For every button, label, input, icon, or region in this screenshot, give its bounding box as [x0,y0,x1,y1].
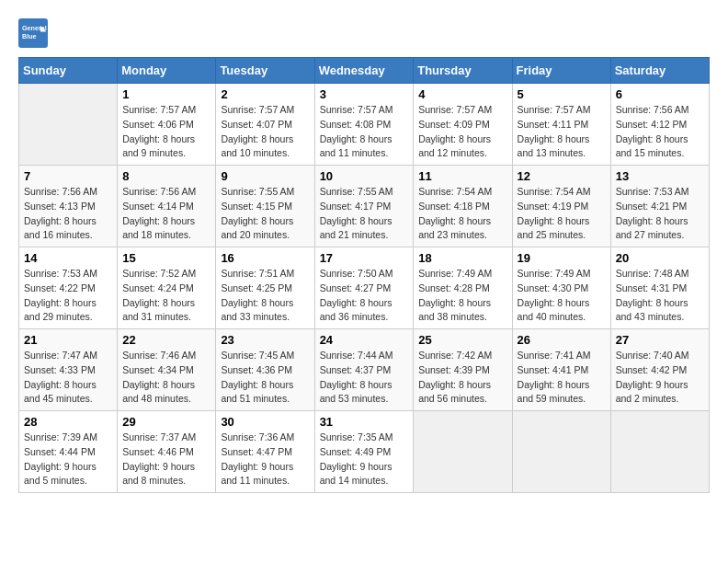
day-info: Sunrise: 7:41 AM Sunset: 4:41 PM Dayligh… [518,349,606,407]
calendar-cell [414,411,512,493]
day-number: 14 [24,251,112,265]
day-number: 21 [24,333,112,347]
day-number: 7 [24,169,112,183]
calendar-cell: 26Sunrise: 7:41 AM Sunset: 4:41 PM Dayli… [512,329,610,411]
day-info: Sunrise: 7:36 AM Sunset: 4:47 PM Dayligh… [221,431,309,488]
calendar-cell: 27Sunrise: 7:40 AM Sunset: 4:42 PM Dayli… [610,329,709,411]
calendar-body: 1Sunrise: 7:57 AM Sunset: 4:06 PM Daylig… [19,84,710,493]
day-number: 25 [418,333,506,347]
day-info: Sunrise: 7:48 AM Sunset: 4:31 PM Dayligh… [616,267,704,325]
day-number: 29 [122,415,210,429]
calendar-cell: 9Sunrise: 7:55 AM Sunset: 4:15 PM Daylig… [216,166,314,247]
calendar-cell: 14Sunrise: 7:53 AM Sunset: 4:22 PM Dayli… [19,247,118,329]
calendar-cell: 30Sunrise: 7:36 AM Sunset: 4:47 PM Dayli… [216,411,314,493]
day-number: 11 [418,169,506,183]
col-header-monday: Monday [118,58,216,84]
calendar-week-4: 21Sunrise: 7:47 AM Sunset: 4:33 PM Dayli… [19,329,710,411]
col-header-sunday: Sunday [19,58,118,84]
calendar-cell: 19Sunrise: 7:49 AM Sunset: 4:30 PM Dayli… [512,247,610,329]
day-info: Sunrise: 7:51 AM Sunset: 4:25 PM Dayligh… [221,267,309,325]
day-info: Sunrise: 7:54 AM Sunset: 4:19 PM Dayligh… [518,185,606,243]
calendar-cell: 3Sunrise: 7:57 AM Sunset: 4:08 PM Daylig… [314,84,414,166]
day-number: 8 [122,169,210,183]
calendar-cell: 7Sunrise: 7:56 AM Sunset: 4:13 PM Daylig… [19,166,118,247]
calendar-cell [512,411,610,493]
calendar-cell: 22Sunrise: 7:46 AM Sunset: 4:34 PM Dayli… [118,329,216,411]
calendar-cell: 29Sunrise: 7:37 AM Sunset: 4:46 PM Dayli… [118,411,216,493]
day-info: Sunrise: 7:54 AM Sunset: 4:18 PM Dayligh… [418,185,506,243]
day-number: 18 [418,251,506,265]
calendar-cell: 4Sunrise: 7:57 AM Sunset: 4:09 PM Daylig… [414,84,512,166]
day-number: 24 [320,333,409,347]
calendar-cell: 16Sunrise: 7:51 AM Sunset: 4:25 PM Dayli… [216,247,314,329]
day-info: Sunrise: 7:40 AM Sunset: 4:42 PM Dayligh… [616,349,704,407]
calendar-week-1: 1Sunrise: 7:57 AM Sunset: 4:06 PM Daylig… [19,84,710,166]
col-header-saturday: Saturday [610,58,709,84]
day-info: Sunrise: 7:52 AM Sunset: 4:24 PM Dayligh… [122,267,210,325]
page-header: General Blue [18,18,710,48]
calendar-cell: 24Sunrise: 7:44 AM Sunset: 4:37 PM Dayli… [314,329,414,411]
calendar-cell: 6Sunrise: 7:56 AM Sunset: 4:12 PM Daylig… [610,84,709,166]
day-info: Sunrise: 7:46 AM Sunset: 4:34 PM Dayligh… [122,349,210,407]
day-number: 27 [616,333,704,347]
col-header-wednesday: Wednesday [314,58,414,84]
day-info: Sunrise: 7:50 AM Sunset: 4:27 PM Dayligh… [320,267,409,325]
calendar-cell: 20Sunrise: 7:48 AM Sunset: 4:31 PM Dayli… [610,247,709,329]
calendar-cell: 21Sunrise: 7:47 AM Sunset: 4:33 PM Dayli… [19,329,118,411]
day-number: 26 [518,333,606,347]
calendar-cell: 18Sunrise: 7:49 AM Sunset: 4:28 PM Dayli… [414,247,512,329]
calendar-header-row: SundayMondayTuesdayWednesdayThursdayFrid… [19,58,710,84]
day-info: Sunrise: 7:44 AM Sunset: 4:37 PM Dayligh… [320,349,409,407]
day-number: 22 [122,333,210,347]
day-info: Sunrise: 7:37 AM Sunset: 4:46 PM Dayligh… [122,431,210,488]
calendar-cell: 5Sunrise: 7:57 AM Sunset: 4:11 PM Daylig… [512,84,610,166]
day-info: Sunrise: 7:53 AM Sunset: 4:22 PM Dayligh… [24,267,112,325]
day-info: Sunrise: 7:56 AM Sunset: 4:12 PM Dayligh… [616,103,704,161]
calendar-cell: 28Sunrise: 7:39 AM Sunset: 4:44 PM Dayli… [19,411,118,493]
calendar-table: SundayMondayTuesdayWednesdayThursdayFrid… [18,57,710,493]
day-info: Sunrise: 7:55 AM Sunset: 4:15 PM Dayligh… [221,185,309,243]
calendar-cell [610,411,709,493]
day-info: Sunrise: 7:55 AM Sunset: 4:17 PM Dayligh… [320,185,409,243]
day-info: Sunrise: 7:53 AM Sunset: 4:21 PM Dayligh… [616,185,704,243]
calendar-cell: 15Sunrise: 7:52 AM Sunset: 4:24 PM Dayli… [118,247,216,329]
day-info: Sunrise: 7:57 AM Sunset: 4:07 PM Dayligh… [221,103,309,161]
calendar-cell: 13Sunrise: 7:53 AM Sunset: 4:21 PM Dayli… [610,166,709,247]
calendar-cell: 2Sunrise: 7:57 AM Sunset: 4:07 PM Daylig… [216,84,314,166]
day-info: Sunrise: 7:57 AM Sunset: 4:09 PM Dayligh… [418,103,506,161]
calendar-cell: 1Sunrise: 7:57 AM Sunset: 4:06 PM Daylig… [118,84,216,166]
day-info: Sunrise: 7:42 AM Sunset: 4:39 PM Dayligh… [418,349,506,407]
calendar-week-2: 7Sunrise: 7:56 AM Sunset: 4:13 PM Daylig… [19,166,710,247]
svg-text:Blue: Blue [22,32,37,40]
calendar-week-5: 28Sunrise: 7:39 AM Sunset: 4:44 PM Dayli… [19,411,710,493]
day-number: 28 [24,415,112,429]
col-header-friday: Friday [512,58,610,84]
day-number: 9 [221,169,309,183]
day-info: Sunrise: 7:39 AM Sunset: 4:44 PM Dayligh… [24,431,112,488]
day-number: 17 [320,251,409,265]
day-info: Sunrise: 7:57 AM Sunset: 4:08 PM Dayligh… [320,103,409,161]
col-header-thursday: Thursday [414,58,512,84]
logo-icon: General Blue [18,18,48,48]
day-number: 4 [418,87,506,101]
calendar-cell: 23Sunrise: 7:45 AM Sunset: 4:36 PM Dayli… [216,329,314,411]
calendar-cell: 31Sunrise: 7:35 AM Sunset: 4:49 PM Dayli… [314,411,414,493]
day-info: Sunrise: 7:56 AM Sunset: 4:13 PM Dayligh… [24,185,112,243]
day-info: Sunrise: 7:49 AM Sunset: 4:28 PM Dayligh… [418,267,506,325]
calendar-cell: 11Sunrise: 7:54 AM Sunset: 4:18 PM Dayli… [414,166,512,247]
day-info: Sunrise: 7:45 AM Sunset: 4:36 PM Dayligh… [221,349,309,407]
day-info: Sunrise: 7:49 AM Sunset: 4:30 PM Dayligh… [518,267,606,325]
calendar-cell: 8Sunrise: 7:56 AM Sunset: 4:14 PM Daylig… [118,166,216,247]
calendar-cell: 17Sunrise: 7:50 AM Sunset: 4:27 PM Dayli… [314,247,414,329]
day-number: 3 [320,87,409,101]
day-number: 12 [518,169,606,183]
day-info: Sunrise: 7:56 AM Sunset: 4:14 PM Dayligh… [122,185,210,243]
day-info: Sunrise: 7:47 AM Sunset: 4:33 PM Dayligh… [24,349,112,407]
day-number: 20 [616,251,704,265]
calendar-cell: 12Sunrise: 7:54 AM Sunset: 4:19 PM Dayli… [512,166,610,247]
day-number: 23 [221,333,309,347]
day-number: 5 [518,87,606,101]
day-number: 13 [616,169,704,183]
day-number: 15 [122,251,210,265]
day-number: 10 [320,169,409,183]
